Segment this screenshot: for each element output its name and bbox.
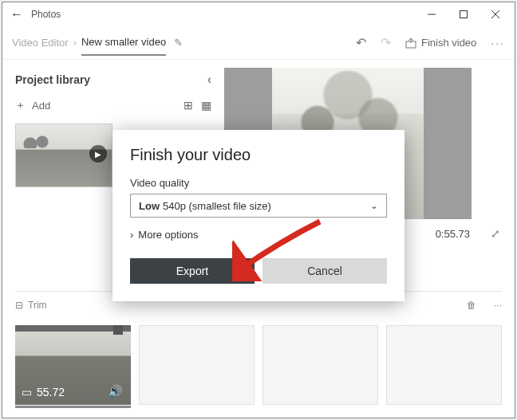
cancel-button[interactable]: Cancel [262, 258, 387, 284]
clip-more-icon[interactable]: ··· [494, 300, 502, 311]
quality-value-level: Low [139, 200, 160, 212]
more-options-label: More options [138, 229, 198, 241]
back-button[interactable]: ← [6, 7, 28, 22]
delete-clip-icon[interactable]: 🗑 [467, 300, 476, 311]
edit-name-icon[interactable]: ✎ [174, 37, 183, 49]
finish-video-label: Finish video [421, 37, 476, 49]
close-icon [491, 10, 499, 18]
minimize-button[interactable] [416, 2, 448, 26]
project-library-header: Project library ‹ [15, 73, 211, 87]
redo-button[interactable]: ↷ [381, 35, 391, 50]
maximize-icon [460, 10, 468, 18]
library-actions: ＋ Add ⊞ ▦ [15, 98, 211, 112]
app-title: Photos [31, 9, 61, 20]
storyboard-empty-slot[interactable] [386, 325, 502, 405]
export-button[interactable]: Export [130, 258, 255, 284]
breadcrumb-root[interactable]: Video Editor [12, 37, 69, 49]
chevron-down-icon: ⌄ [370, 200, 378, 211]
finish-video-dialog: Finish your video Video quality Low 540p… [112, 130, 405, 301]
trim-label: Trim [28, 300, 47, 311]
fullscreen-icon[interactable]: ⤢ [491, 227, 500, 240]
maximize-button[interactable] [448, 2, 480, 26]
app-window: ← Photos Video Editor › New smaller vide… [2, 2, 515, 418]
library-thumbnail[interactable]: ▶ [15, 124, 112, 187]
grid-small-icon[interactable]: ▦ [201, 99, 211, 112]
toolbar: Video Editor › New smaller video ✎ ↶ ↷ F… [2, 26, 515, 60]
storyboard-empty-slot[interactable] [262, 325, 378, 405]
minimize-icon [428, 10, 436, 18]
export-icon [405, 37, 416, 49]
add-label[interactable]: Add [32, 100, 50, 112]
volume-icon[interactable]: 🔊 [108, 384, 123, 398]
add-icon[interactable]: ＋ [15, 98, 26, 112]
quality-value-detail: 540p (smallest file size) [163, 200, 271, 212]
export-button-label: Export [176, 265, 208, 277]
clip-duration: 55.72 [37, 386, 65, 398]
play-icon[interactable]: ▶ [89, 145, 107, 163]
project-library-title: Project library [15, 73, 90, 86]
more-options-toggle[interactable]: › More options [130, 229, 387, 241]
svg-rect-1 [460, 11, 468, 18]
close-button[interactable] [480, 2, 511, 26]
quality-dropdown[interactable]: Low 540p (smallest file size) ⌄ [130, 194, 387, 218]
collapse-library-icon[interactable]: ‹ [207, 73, 211, 87]
storyboard-clip[interactable]: ▭ 55.72 🔊 [15, 325, 131, 405]
grid-large-icon[interactable]: ⊞ [184, 99, 193, 112]
trim-button[interactable]: ⊟ Trim [15, 300, 47, 311]
timecode: 0:55.73 [436, 228, 470, 240]
storyboard-empty-slot[interactable] [139, 325, 255, 405]
undo-button[interactable]: ↶ [356, 35, 366, 50]
trim-icon: ⊟ [15, 300, 23, 311]
chevron-right-icon: › [130, 229, 133, 241]
titlebar: ← Photos [2, 2, 515, 26]
breadcrumb-current[interactable]: New smaller video [81, 36, 166, 56]
aspect-icon: ▭ [22, 386, 32, 398]
chevron-right-icon: › [73, 37, 77, 49]
storyboard: ▭ 55.72 🔊 [2, 319, 515, 411]
quality-label: Video quality [130, 177, 387, 189]
more-menu-button[interactable]: ··· [491, 37, 505, 49]
cancel-button-label: Cancel [307, 265, 342, 277]
dialog-title: Finish your video [130, 146, 387, 164]
finish-video-button[interactable]: Finish video [405, 37, 476, 49]
